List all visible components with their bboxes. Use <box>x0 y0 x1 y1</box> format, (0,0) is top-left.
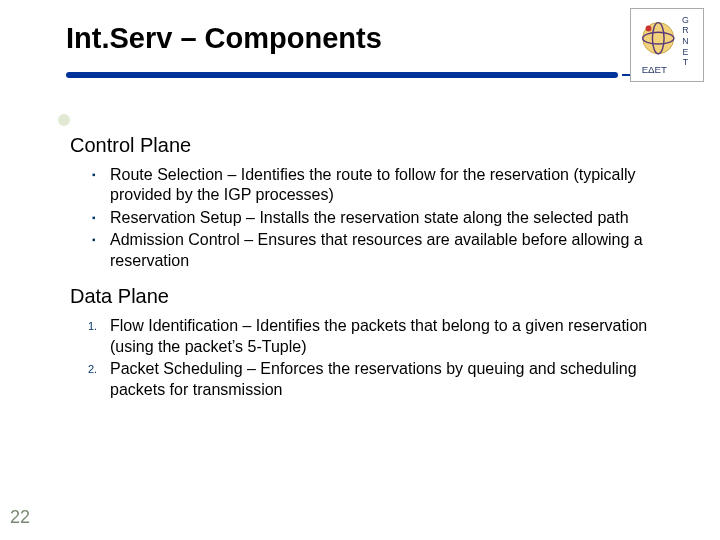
title-underline <box>66 72 618 78</box>
slide-title: Int.Serv – Components <box>66 22 620 55</box>
list-number: 1. <box>88 319 97 333</box>
accent-dot-icon <box>58 114 70 126</box>
svg-text:E: E <box>683 47 689 57</box>
list-item-text: Flow Identification – Identifies the pac… <box>110 317 647 354</box>
grnet-logo: G R N E T ΕΔΕΤ <box>630 8 704 82</box>
list-item-text: Admission Control – Ensures that resourc… <box>110 231 643 268</box>
grnet-logo-icon: G R N E T ΕΔΕΤ <box>631 9 703 81</box>
list-number: 2. <box>88 362 97 376</box>
list-item: Reservation Setup – Installs the reserva… <box>96 208 660 228</box>
logo-bottom-text: ΕΔΕΤ <box>642 64 667 75</box>
section-heading-data: Data Plane <box>70 285 660 308</box>
control-plane-list: Route Selection – Identifies the route t… <box>70 165 660 271</box>
slide: Int.Serv – Components G R N E T ΕΔΕΤ Con… <box>0 0 720 540</box>
svg-text:T: T <box>683 57 689 67</box>
section-heading-control: Control Plane <box>70 134 660 157</box>
svg-text:R: R <box>682 25 688 35</box>
list-item-text: Reservation Setup – Installs the reserva… <box>110 209 629 226</box>
content-area: Control Plane Route Selection – Identifi… <box>70 130 660 402</box>
list-item: 1. Flow Identification – Identifies the … <box>96 316 660 357</box>
svg-point-4 <box>646 26 652 32</box>
svg-text:N: N <box>682 36 688 46</box>
data-plane-list: 1. Flow Identification – Identifies the … <box>70 316 660 400</box>
list-item: Admission Control – Ensures that resourc… <box>96 230 660 271</box>
svg-text:G: G <box>682 15 689 25</box>
slide-number: 22 <box>10 507 30 528</box>
list-item-text: Route Selection – Identifies the route t… <box>110 166 636 203</box>
list-item: Route Selection – Identifies the route t… <box>96 165 660 206</box>
list-item: 2. Packet Scheduling – Enforces the rese… <box>96 359 660 400</box>
list-item-text: Packet Scheduling – Enforces the reserva… <box>110 360 637 397</box>
title-area: Int.Serv – Components <box>66 22 620 55</box>
